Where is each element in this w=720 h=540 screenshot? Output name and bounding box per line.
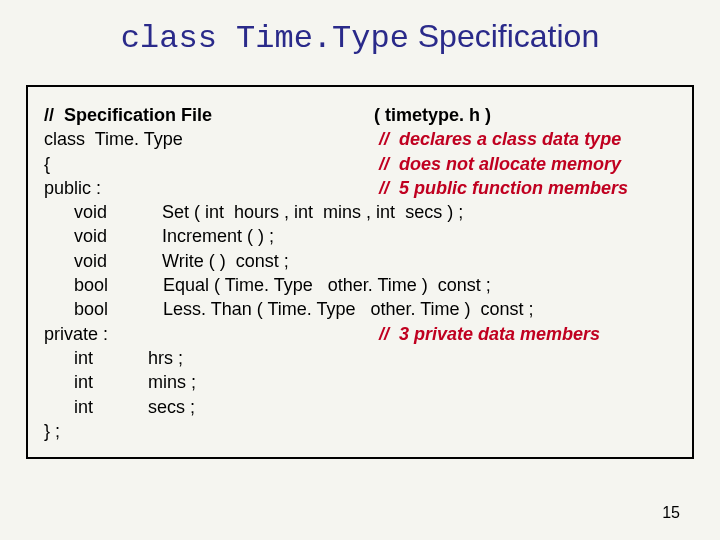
title-spec-part: Specification bbox=[409, 18, 599, 54]
comment-declares: // declares a class data type bbox=[379, 127, 621, 151]
code-line: void Write ( ) const ; bbox=[44, 249, 676, 273]
code-line: // Specification File ( timetype. h ) bbox=[44, 103, 676, 127]
code-line: private : // 3 private data members bbox=[44, 322, 676, 346]
member-write: void Write ( ) const ; bbox=[44, 249, 289, 273]
comment-memory: // does not allocate memory bbox=[379, 152, 621, 176]
code-line: int mins ; bbox=[44, 370, 676, 394]
member-equal: bool Equal ( Time. Type other. Time ) co… bbox=[44, 273, 491, 297]
public-label: public : bbox=[44, 176, 379, 200]
slide-title: class Time.Type Specification bbox=[0, 0, 720, 75]
code-line: { // does not allocate memory bbox=[44, 152, 676, 176]
open-brace: { bbox=[44, 152, 379, 176]
code-line: public : // 5 public function members bbox=[44, 176, 676, 200]
code-line: int secs ; bbox=[44, 395, 676, 419]
filename: ( timetype. h ) bbox=[374, 103, 491, 127]
code-line: int hrs ; bbox=[44, 346, 676, 370]
member-lessthan: bool Less. Than ( Time. Type other. Time… bbox=[44, 297, 534, 321]
comment-public: // 5 public function members bbox=[379, 176, 628, 200]
code-line: } ; bbox=[44, 419, 676, 443]
data-mins: int mins ; bbox=[44, 370, 196, 394]
class-decl: class Time. Type bbox=[44, 127, 379, 151]
code-line: void Set ( int hours , int mins , int se… bbox=[44, 200, 676, 224]
close-brace: } ; bbox=[44, 419, 60, 443]
spec-file-comment: // Specification File bbox=[44, 103, 374, 127]
title-code-part: class Time.Type bbox=[121, 20, 409, 57]
comment-private: // 3 private data members bbox=[379, 322, 600, 346]
code-line: bool Equal ( Time. Type other. Time ) co… bbox=[44, 273, 676, 297]
member-set: void Set ( int hours , int mins , int se… bbox=[44, 200, 463, 224]
member-increment: void Increment ( ) ; bbox=[44, 224, 274, 248]
data-hrs: int hrs ; bbox=[44, 346, 183, 370]
private-label: private : bbox=[44, 322, 379, 346]
data-secs: int secs ; bbox=[44, 395, 195, 419]
page-number: 15 bbox=[662, 504, 680, 522]
code-line: void Increment ( ) ; bbox=[44, 224, 676, 248]
code-line: class Time. Type // declares a class dat… bbox=[44, 127, 676, 151]
code-box: // Specification File ( timetype. h ) cl… bbox=[26, 85, 694, 459]
code-line: bool Less. Than ( Time. Type other. Time… bbox=[44, 297, 676, 321]
